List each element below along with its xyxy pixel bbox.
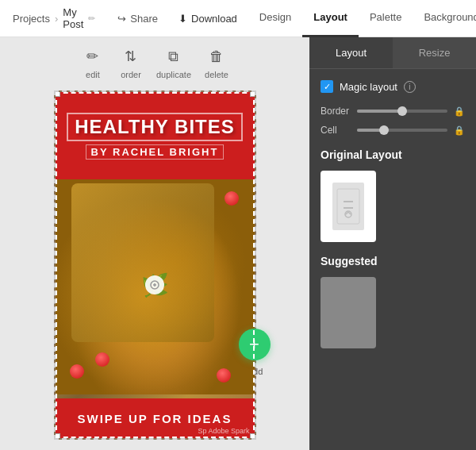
- canvas-container: HEALTHY BITES BY RACHEL BRIGHT 🌿: [54, 90, 256, 440]
- download-icon: ⬇: [178, 13, 187, 25]
- layout-preview-icon: [334, 186, 363, 227]
- canvas-footer-text: SWIPE UP FOR IDEAS: [78, 412, 232, 425]
- tomato-4: [217, 368, 231, 383]
- resize-handle[interactable]: [145, 275, 164, 294]
- cell-slider-track[interactable]: [357, 129, 447, 132]
- canvas-image[interactable]: HEALTHY BITES BY RACHEL BRIGHT 🌿: [54, 90, 256, 440]
- download-button[interactable]: ⬇ Download: [167, 8, 248, 29]
- original-layout-title: Original Layout: [321, 148, 465, 161]
- post-name: My Post: [63, 6, 83, 30]
- tab-layout[interactable]: Layout: [302, 0, 359, 37]
- tab-palette[interactable]: Palette: [359, 0, 413, 37]
- edit-label: edit: [86, 70, 100, 79]
- border-slider-track[interactable]: [357, 110, 447, 113]
- svg-rect-1: [337, 189, 359, 224]
- tab-background[interactable]: Background: [413, 0, 476, 37]
- toolbar-edit[interactable]: ✏ edit: [80, 45, 106, 79]
- delete-icon: 🗑: [204, 45, 229, 67]
- left-panel: ✏ edit ⇅ order ⧉ duplicate 🗑 delete: [0, 37, 309, 450]
- right-panel-tabs: Layout Resize: [309, 37, 476, 69]
- right-tab-resize[interactable]: Resize: [393, 37, 476, 68]
- projects-link[interactable]: Projects: [13, 13, 50, 25]
- original-layout-card[interactable]: [321, 171, 376, 242]
- tomato-3: [225, 191, 239, 206]
- canvas-header: HEALTHY BITES BY RACHEL BRIGHT: [56, 92, 255, 179]
- toolbar-delete[interactable]: 🗑 delete: [204, 45, 229, 79]
- main-layout: ✏ edit ⇅ order ⧉ duplicate 🗑 delete: [0, 37, 476, 450]
- order-icon: ⇅: [118, 45, 144, 67]
- right-panel: Layout Resize ✓ Magic layout i Border: [309, 37, 476, 450]
- lock-icon[interactable]: 🔒: [454, 106, 465, 117]
- add-icon: +: [249, 334, 259, 355]
- order-label: order: [121, 70, 141, 79]
- cell-slider-row: Cell 🔒: [321, 125, 465, 136]
- cell-slider-thumb[interactable]: [379, 125, 389, 135]
- delete-label: delete: [205, 70, 228, 79]
- cell-label: Cell: [321, 125, 351, 136]
- nav-tabs: Design Layout Palette Background Text: [248, 0, 476, 37]
- suggested-layout-card[interactable]: [321, 277, 376, 348]
- toolbar: ✏ edit ⇅ order ⧉ duplicate 🗑 delete: [80, 45, 229, 79]
- border-label: Border: [321, 106, 351, 117]
- top-nav: Projects › My Post ✏ ↪ Share ⬇ Download …: [0, 0, 476, 37]
- download-label: Download: [191, 13, 237, 25]
- share-button[interactable]: ↪ Share: [108, 8, 167, 29]
- breadcrumb: Projects › My Post ✏: [6, 6, 102, 30]
- toolbar-duplicate[interactable]: ⧉ duplicate: [156, 45, 191, 79]
- info-icon[interactable]: i: [404, 81, 416, 93]
- magic-layout-label: Magic layout: [340, 81, 397, 93]
- tab-design[interactable]: Design: [248, 0, 302, 37]
- edit-pencil-icon[interactable]: ✏: [88, 13, 95, 24]
- tomato-2: [95, 352, 109, 367]
- suggested-title: Suggested: [321, 255, 465, 267]
- border-slider-row: Border 🔒: [321, 106, 465, 117]
- layout-card-inner: [332, 183, 364, 230]
- magic-layout-checkbox[interactable]: ✓: [321, 80, 333, 93]
- canvas-food-area: 🌿: [56, 175, 255, 394]
- canvas-watermark: Sp Adobe Spark: [198, 427, 249, 435]
- share-label: Share: [130, 13, 158, 25]
- breadcrumb-separator: ›: [55, 13, 58, 25]
- right-panel-content: ✓ Magic layout i Border 🔒 Cell: [309, 69, 476, 450]
- tomato-1: [70, 364, 84, 379]
- toolbar-order[interactable]: ⇅ order: [118, 45, 144, 79]
- right-tab-layout[interactable]: Layout: [309, 37, 393, 68]
- duplicate-label: duplicate: [156, 70, 191, 79]
- border-slider-fill: [357, 110, 402, 113]
- share-icon: ↪: [117, 13, 126, 25]
- add-button[interactable]: +: [239, 329, 271, 360]
- border-slider-thumb[interactable]: [397, 106, 407, 116]
- cell-lock-icon[interactable]: 🔒: [454, 125, 465, 136]
- edit-icon: ✏: [80, 45, 106, 67]
- canvas-subtitle: BY RACHEL BRIGHT: [86, 144, 225, 160]
- duplicate-icon: ⧉: [161, 45, 186, 67]
- canvas-title: HEALTHY BITES: [67, 113, 242, 141]
- magic-layout-row: ✓ Magic layout i: [321, 80, 465, 93]
